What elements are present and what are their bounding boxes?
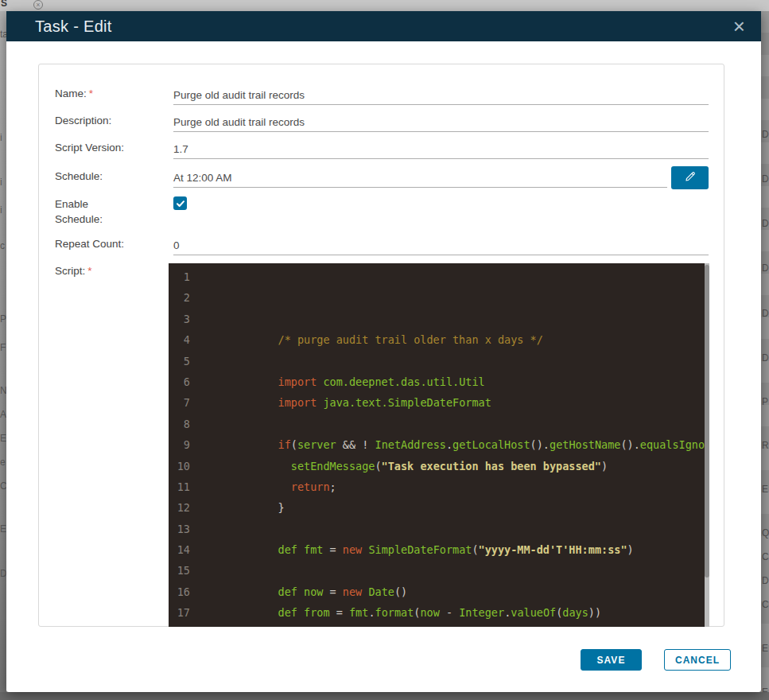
required-asterisk: * xyxy=(89,88,93,99)
check-icon xyxy=(176,199,185,208)
description-input[interactable] xyxy=(173,116,709,128)
repeat-count-label: Repeat Count: xyxy=(55,238,124,250)
edit-schedule-button[interactable] xyxy=(671,166,709,189)
name-label: Name:* xyxy=(55,88,93,99)
backdrop-text: S xyxy=(1,0,7,9)
backdrop-bottom-strip xyxy=(0,692,769,700)
backdrop-top-strip: S × xyxy=(0,0,769,11)
dialog-header: Task - Edit × xyxy=(6,11,761,41)
editor-scrollbar-thumb[interactable] xyxy=(705,265,709,578)
script-code-editor[interactable]: 1234567891011121314151617 /* purge audit… xyxy=(169,263,709,627)
script-version-label: Script Version: xyxy=(55,142,124,154)
required-asterisk: * xyxy=(87,265,91,277)
cancel-button[interactable]: CANCEL xyxy=(664,649,731,671)
save-button[interactable]: SAVE xyxy=(581,649,642,671)
enable-schedule-label: Enable Schedule: xyxy=(55,196,103,227)
close-icon[interactable]: × xyxy=(733,14,745,39)
name-field-wrap xyxy=(173,88,709,105)
script-gutter: 1234567891011121314151617 xyxy=(169,266,190,624)
pencil-icon xyxy=(683,169,697,186)
enable-schedule-checkbox[interactable] xyxy=(173,196,187,210)
dialog-title: Task - Edit xyxy=(35,11,112,41)
description-field-wrap xyxy=(173,115,709,132)
script-version-input[interactable] xyxy=(173,143,709,155)
repeat-count-input[interactable] xyxy=(173,239,709,251)
repeat-count-field-wrap xyxy=(173,238,709,255)
editor-scrollbar[interactable] xyxy=(705,263,709,627)
task-edit-dialog: Task - Edit × Name:* Description: Script… xyxy=(6,11,761,692)
description-label: Description: xyxy=(55,115,111,126)
script-label: Script:* xyxy=(55,265,92,277)
schedule-label: Schedule: xyxy=(55,170,103,182)
backdrop-right-strip: DDDDDDPREQCDCEE xyxy=(761,11,769,692)
schedule-field-wrap xyxy=(173,170,667,188)
schedule-input[interactable] xyxy=(173,172,667,184)
form-card: Name:* Description: Script Version: Sche… xyxy=(38,64,724,627)
close-circle-icon: × xyxy=(33,0,43,10)
name-input[interactable] xyxy=(173,89,709,101)
backdrop-left-strip: taiiicPFNAEeCED xyxy=(0,11,6,692)
script-version-field-wrap xyxy=(173,142,709,159)
script-code[interactable]: /* purge audit trail older than x days *… xyxy=(200,266,705,624)
